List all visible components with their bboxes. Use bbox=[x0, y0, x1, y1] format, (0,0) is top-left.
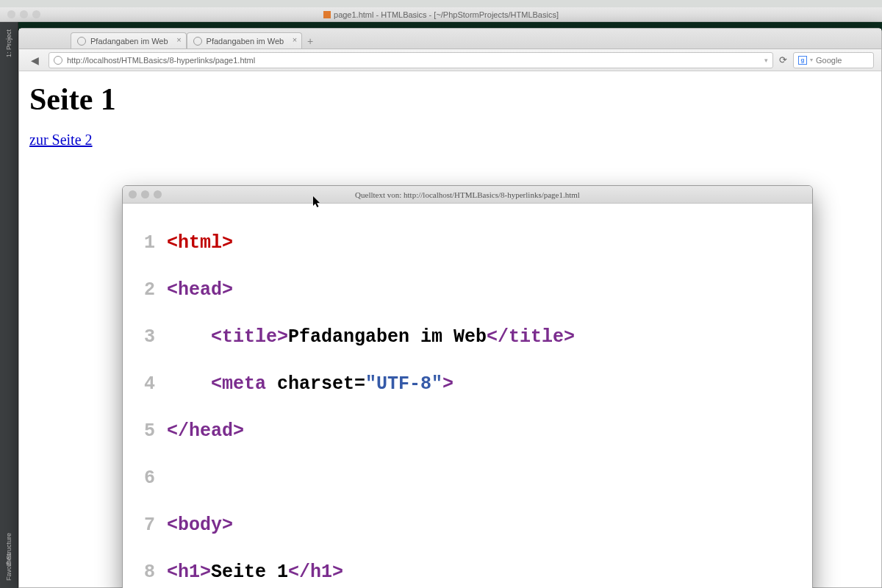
view-source-window: Quelltext von: http://localhost/HTMLBasi… bbox=[122, 185, 813, 588]
toolbar: ◀ http://localhost/HTMLBasics/8-hyperlin… bbox=[19, 49, 881, 71]
globe-icon bbox=[54, 56, 62, 65]
sidebar-item-favorites[interactable]: Favorites bbox=[5, 553, 12, 581]
line-number: 7 bbox=[123, 514, 167, 537]
tab-1[interactable]: Pfadangaben im Web × bbox=[71, 32, 187, 49]
ide-sidebar: 1: Project Z-Structure Favorites bbox=[0, 22, 18, 588]
back-button[interactable]: ◀ bbox=[26, 52, 43, 68]
file-icon bbox=[323, 11, 331, 18]
page-content: Seite 1 zur Seite 2 Quelltext von: http:… bbox=[19, 71, 881, 587]
line-number: 6 bbox=[123, 467, 167, 490]
zoom-icon[interactable] bbox=[154, 190, 162, 198]
minimize-icon[interactable] bbox=[141, 190, 149, 198]
ide-titlebar: page1.html - HTMLBasics - [~/PhpStormPro… bbox=[0, 7, 882, 22]
tab-2[interactable]: Pfadangaben im Web × bbox=[187, 32, 303, 49]
line-number: 5 bbox=[123, 420, 167, 443]
src-title: Quelltext von: http://localhost/HTMLBasi… bbox=[355, 190, 580, 199]
globe-icon bbox=[193, 37, 202, 46]
line-number: 3 bbox=[123, 326, 167, 349]
close-icon[interactable] bbox=[7, 10, 15, 18]
url-bar[interactable]: http://localhost/HTMLBasics/8-hyperlinks… bbox=[49, 52, 773, 68]
browser-window: Pfadangaben im Web × Pfadangaben im Web … bbox=[18, 28, 882, 588]
line-number: 2 bbox=[123, 279, 167, 302]
reload-button[interactable]: ⟳ bbox=[779, 54, 787, 65]
new-tab-button[interactable]: + bbox=[302, 35, 318, 49]
line-number: 8 bbox=[123, 561, 167, 584]
zoom-icon[interactable] bbox=[32, 10, 40, 18]
mac-menubar bbox=[0, 0, 882, 7]
tab-label: Pfadangaben im Web bbox=[207, 37, 284, 46]
chevron-down-icon[interactable]: ▾ bbox=[764, 57, 768, 64]
tab-close-icon[interactable]: × bbox=[176, 35, 181, 44]
chevron-down-icon[interactable]: ▾ bbox=[810, 57, 813, 63]
google-icon: g bbox=[798, 56, 807, 65]
search-box[interactable]: g ▾ Google bbox=[793, 52, 874, 68]
url-text: http://localhost/HTMLBasics/8-hyperlinks… bbox=[67, 56, 255, 65]
link-zur-seite-2[interactable]: zur Seite 2 bbox=[29, 132, 93, 148]
minimize-icon[interactable] bbox=[20, 10, 28, 18]
close-icon[interactable] bbox=[129, 190, 137, 198]
tab-label: Pfadangaben im Web bbox=[90, 37, 168, 46]
tab-close-icon[interactable]: × bbox=[293, 35, 297, 44]
line-number: 4 bbox=[123, 373, 167, 396]
globe-icon bbox=[77, 37, 86, 46]
line-number: 1 bbox=[123, 232, 167, 255]
src-window-controls[interactable] bbox=[129, 190, 162, 198]
source-code[interactable]: 1<html> 2<head> 3 <title>Pfadangaben im … bbox=[123, 204, 812, 588]
sidebar-item-project[interactable]: 1: Project bbox=[5, 29, 12, 57]
page-title: Seite 1 bbox=[29, 82, 871, 117]
view-source-titlebar[interactable]: Quelltext von: http://localhost/HTMLBasi… bbox=[123, 186, 812, 204]
tab-strip: Pfadangaben im Web × Pfadangaben im Web … bbox=[19, 29, 881, 49]
ide-title: page1.html - HTMLBasics - [~/PhpStormPro… bbox=[334, 7, 559, 22]
ide-window-controls[interactable] bbox=[7, 10, 40, 18]
search-engine-label: Google bbox=[816, 56, 842, 65]
